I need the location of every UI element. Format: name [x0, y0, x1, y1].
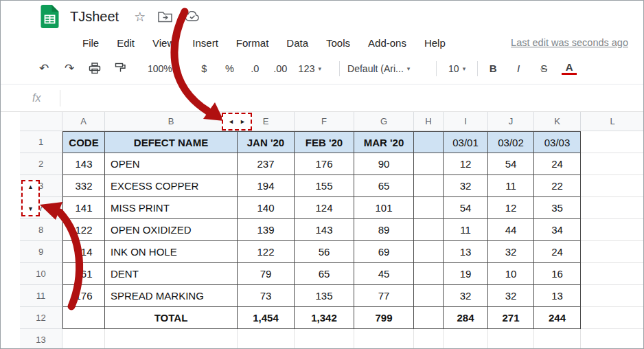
cell-I12[interactable]: 284 — [444, 307, 488, 329]
doc-title[interactable]: TJsheet — [70, 9, 119, 25]
cell-L3[interactable] — [581, 175, 644, 197]
row-header-1[interactable]: 1 — [20, 131, 62, 153]
cell-H10[interactable] — [414, 263, 444, 285]
column-header-h[interactable]: H — [414, 112, 444, 131]
unhide-columns-right-button[interactable]: ► — [240, 119, 246, 125]
cell-J10[interactable]: 10 — [488, 263, 534, 285]
text-color-button[interactable]: A — [562, 62, 577, 75]
undo-icon[interactable]: ↶ — [36, 63, 51, 74]
unhide-columns-left-button[interactable]: ◄ — [228, 119, 234, 125]
cell-F11[interactable]: 135 — [295, 285, 354, 307]
menu-item-help[interactable]: Help — [415, 37, 455, 49]
column-header-k[interactable]: K — [534, 112, 581, 131]
italic-button[interactable]: I — [511, 63, 526, 74]
cell-K9[interactable]: 24 — [534, 241, 581, 263]
cell-J1[interactable]: 03/02 — [488, 131, 534, 153]
cell-L7[interactable] — [581, 197, 644, 219]
cell-H8[interactable] — [414, 219, 444, 241]
unhide-rows-down-button[interactable]: ▼ — [27, 206, 34, 212]
cell-I3[interactable]: 32 — [444, 175, 488, 197]
cell-A12[interactable] — [62, 307, 105, 329]
cell-K7[interactable]: 35 — [534, 197, 581, 219]
column-header-l[interactable]: L — [581, 112, 644, 131]
cell-F13[interactable] — [295, 329, 354, 349]
cell-L13[interactable] — [581, 329, 644, 349]
bold-button[interactable]: B — [485, 63, 501, 74]
cell-K10[interactable]: 16 — [534, 263, 581, 285]
cell-B1[interactable]: DEFECT NAME — [105, 131, 238, 153]
sheets-logo[interactable] — [41, 5, 59, 28]
cell-B8[interactable]: OPEN OXIDIZED — [105, 219, 238, 241]
cell-B11[interactable]: SPREAD MARKING — [105, 285, 238, 307]
cell-F9[interactable]: 56 — [295, 241, 354, 263]
cell-J3[interactable]: 11 — [488, 175, 534, 197]
cell-B9[interactable]: INK ON HOLE — [105, 241, 238, 263]
cell-G8[interactable]: 89 — [354, 219, 414, 241]
unhide-rows-up-button[interactable]: ▲ — [27, 184, 34, 190]
star-icon[interactable]: ☆ — [134, 10, 146, 23]
font-size-select[interactable]: 10 ▾ — [444, 63, 470, 74]
more-formats-button[interactable]: 123 ▾ — [298, 63, 321, 74]
cell-A13[interactable] — [62, 329, 105, 349]
row-header-9[interactable]: 9 — [20, 241, 62, 263]
menu-item-format[interactable]: Format — [227, 37, 278, 49]
menu-item-edit[interactable]: Edit — [108, 37, 143, 49]
cell-J13[interactable] — [488, 329, 534, 349]
cell-B13[interactable] — [105, 329, 238, 349]
redo-icon[interactable]: ↷ — [62, 63, 77, 74]
cell-G7[interactable]: 101 — [354, 197, 414, 219]
cell-A9[interactable]: 214 — [62, 241, 105, 263]
cell-F10[interactable]: 65 — [295, 263, 354, 285]
column-header-j[interactable]: J — [488, 112, 534, 131]
cell-B3[interactable]: EXCESS COPPER — [105, 175, 238, 197]
cell-G2[interactable]: 90 — [354, 153, 414, 175]
cell-J7[interactable]: 12 — [488, 197, 534, 219]
cell-E1[interactable]: JAN '20 — [238, 131, 295, 153]
cell-L2[interactable] — [581, 153, 644, 175]
cell-K2[interactable]: 24 — [534, 153, 581, 175]
row-header-12[interactable]: 12 — [20, 307, 62, 329]
cell-J2[interactable]: 54 — [488, 153, 534, 175]
cell-F7[interactable]: 124 — [295, 197, 354, 219]
menu-item-insert[interactable]: Insert — [183, 37, 227, 49]
decrease-decimal-button[interactable]: .0 — [247, 63, 262, 74]
row-header-8[interactable]: 8 — [20, 219, 62, 241]
row-header-13[interactable]: 13 — [20, 329, 62, 349]
cell-I1[interactable]: 03/01 — [444, 131, 488, 153]
menu-item-tools[interactable]: Tools — [317, 37, 359, 49]
cell-B12[interactable]: TOTAL — [105, 307, 238, 329]
column-header-i[interactable]: I — [444, 112, 488, 131]
cell-E7[interactable]: 140 — [238, 197, 295, 219]
cell-A7[interactable]: 141 — [62, 197, 105, 219]
font-family-select[interactable]: Default (Ari... ▾ — [347, 63, 428, 74]
cell-K8[interactable]: 34 — [534, 219, 581, 241]
cell-J12[interactable]: 271 — [488, 307, 534, 329]
cell-G9[interactable]: 69 — [354, 241, 414, 263]
cell-G13[interactable] — [354, 329, 414, 349]
formula-bar[interactable]: fx — [1, 85, 643, 112]
column-header-g[interactable]: G — [354, 112, 414, 131]
cell-L12[interactable] — [581, 307, 644, 329]
paint-format-icon[interactable] — [113, 63, 128, 74]
cell-H12[interactable] — [414, 307, 444, 329]
cell-B10[interactable]: DENT — [105, 263, 238, 285]
cell-G10[interactable]: 45 — [354, 263, 414, 285]
menu-item-view[interactable]: View — [143, 37, 183, 49]
cell-A1[interactable]: CODE — [62, 131, 105, 153]
menu-item-data[interactable]: Data — [277, 37, 317, 49]
cell-G3[interactable]: 65 — [354, 175, 414, 197]
cell-L10[interactable] — [581, 263, 644, 285]
cell-I10[interactable]: 19 — [444, 263, 488, 285]
cell-K3[interactable]: 22 — [534, 175, 581, 197]
last-edit-status[interactable]: Last edit was seconds ago — [511, 37, 628, 48]
cell-L1[interactable] — [581, 131, 644, 153]
menu-item-file[interactable]: File — [73, 37, 108, 49]
cell-A2[interactable]: 143 — [62, 153, 105, 175]
cell-L9[interactable] — [581, 241, 644, 263]
cell-A8[interactable]: 122 — [62, 219, 105, 241]
cell-G1[interactable]: MAR '20 — [354, 131, 414, 153]
cell-A3[interactable]: 332 — [62, 175, 105, 197]
row-header-11[interactable]: 11 — [20, 285, 62, 307]
cell-E12[interactable]: 1,454 — [238, 307, 295, 329]
cell-K12[interactable]: 244 — [534, 307, 581, 329]
